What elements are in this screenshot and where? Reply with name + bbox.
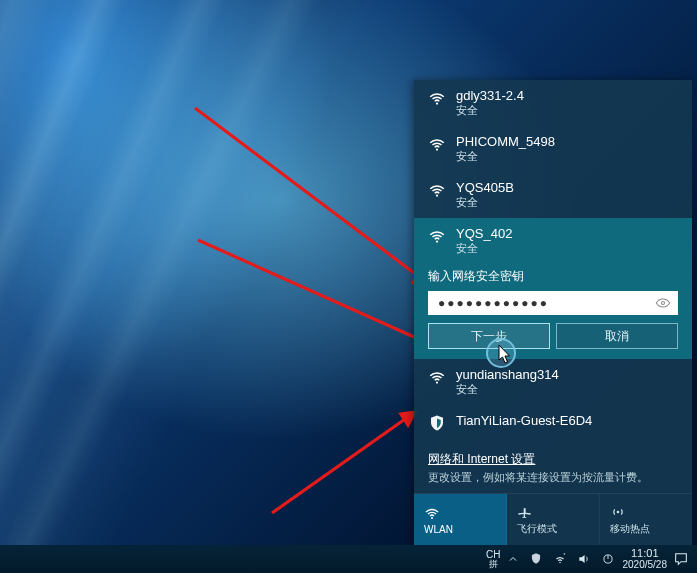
network-security: 安全 — [456, 104, 524, 118]
next-button[interactable]: 下一步 — [428, 323, 550, 349]
network-ssid: PHICOMM_5498 — [456, 134, 555, 150]
tray-wifi-icon[interactable]: * — [553, 552, 567, 566]
network-flyout: gdly331-2.4 安全 PHICOMM_5498 安全 YQS405B 安… — [414, 80, 692, 546]
svg-point-6 — [436, 102, 438, 104]
network-ssid: yundianshang314 — [456, 367, 559, 383]
svg-point-13 — [617, 511, 620, 514]
svg-text:*: * — [563, 553, 565, 558]
password-field-wrap — [428, 291, 678, 315]
cancel-button[interactable]: 取消 — [556, 323, 678, 349]
network-security: 安全 — [456, 383, 559, 397]
wifi-icon — [428, 90, 446, 108]
password-input[interactable] — [436, 295, 652, 311]
network-item[interactable]: yundianshang314 安全 — [414, 359, 692, 405]
svg-point-9 — [436, 240, 438, 242]
network-item[interactable]: YQS405B 安全 — [414, 172, 692, 218]
action-center-icon[interactable] — [673, 551, 689, 567]
tile-label: 飞行模式 — [517, 522, 557, 536]
reveal-password-icon[interactable] — [652, 291, 674, 315]
tray-volume-icon[interactable] — [577, 552, 591, 566]
network-security: 安全 — [456, 242, 512, 256]
wifi-icon — [428, 136, 446, 154]
wifi-icon — [428, 369, 446, 387]
network-item[interactable]: gdly331-2.4 安全 — [414, 80, 692, 126]
svg-point-7 — [436, 148, 438, 150]
svg-point-12 — [431, 517, 433, 519]
network-ssid: TianYiLian-Guest-E6D4 — [456, 413, 592, 429]
password-label: 输入网络安全密钥 — [428, 268, 678, 285]
network-list: gdly331-2.4 安全 PHICOMM_5498 安全 YQS405B 安… — [414, 80, 692, 445]
network-security: 安全 — [456, 150, 555, 164]
wifi-icon — [428, 228, 446, 246]
tray-power-icon[interactable] — [601, 552, 615, 566]
network-ssid: YQS_402 — [456, 226, 512, 242]
tile-hotspot[interactable]: 移动热点 — [600, 494, 692, 546]
svg-point-11 — [436, 381, 438, 383]
quick-tiles: WLAN 飞行模式 移动热点 — [414, 493, 692, 546]
network-item-selected[interactable]: YQS_402 安全 — [414, 218, 692, 264]
svg-point-10 — [661, 301, 664, 304]
tile-wlan[interactable]: WLAN — [414, 494, 507, 546]
password-panel: 输入网络安全密钥 下一步 取消 — [414, 264, 692, 359]
network-item[interactable]: PHICOMM_5498 安全 — [414, 126, 692, 172]
taskbar-clock[interactable]: 11:01 2020/5/28 — [623, 548, 668, 570]
tray-shield-icon[interactable] — [529, 552, 543, 566]
network-ssid: YQS405B — [456, 180, 514, 196]
network-item[interactable]: TianYiLian-Guest-E6D4 — [414, 405, 692, 440]
tile-label: 移动热点 — [610, 522, 650, 536]
network-settings-link[interactable]: 网络和 Internet 设置 — [428, 452, 535, 466]
svg-point-8 — [436, 194, 438, 196]
wifi-icon — [428, 182, 446, 200]
ime-indicator[interactable]: CH 拼 — [486, 550, 500, 569]
shield-icon — [428, 414, 446, 432]
tray-chevron-up-icon[interactable] — [507, 553, 519, 565]
taskbar: CH 拼 * 11:01 2020/5/28 — [0, 545, 697, 573]
tile-label: WLAN — [424, 524, 453, 535]
system-tray: * — [507, 552, 615, 566]
network-ssid: gdly331-2.4 — [456, 88, 524, 104]
network-security: 安全 — [456, 196, 514, 210]
tile-airplane[interactable]: 飞行模式 — [507, 494, 600, 546]
settings-hint: 更改设置，例如将某连接设置为按流量计费。 — [414, 470, 692, 493]
svg-point-14 — [559, 562, 561, 564]
